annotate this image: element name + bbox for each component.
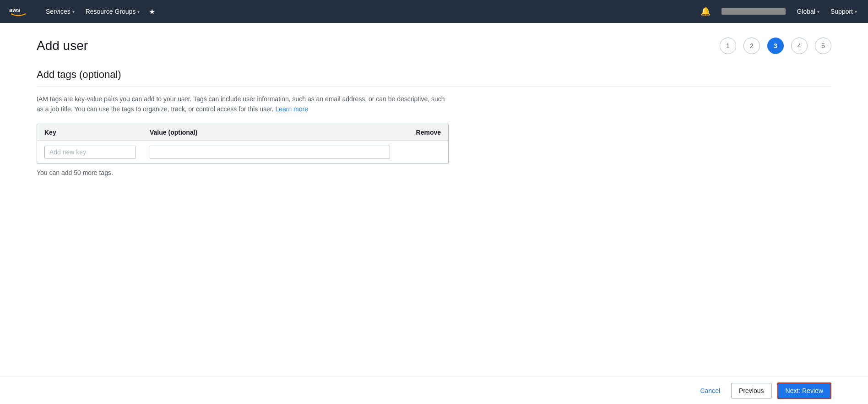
navbar: aws Services ▾ Resource Groups ▾ ★ 🔔 Glo… [0,0,868,23]
region-label: Global [797,8,815,15]
page-footer: Cancel Previous Next: Review [0,377,868,404]
description-text: IAM tags are key-value pairs you can add… [37,95,445,113]
user-info [722,8,786,15]
step-3[interactable]: 3 [767,38,784,54]
cancel-button[interactable]: Cancel [694,383,726,398]
services-menu[interactable]: Services ▾ [40,0,80,23]
support-label: Support [830,8,853,15]
notifications-icon[interactable]: 🔔 [697,6,714,16]
col-value-header: Value (optional) [150,129,395,136]
page-title: Add user [37,38,88,53]
value-input[interactable] [150,146,390,158]
col-remove-header: Remove [395,129,441,136]
services-chevron-icon: ▾ [72,9,75,14]
navbar-right: 🔔 Global ▾ Support ▾ [697,6,861,16]
resource-groups-label: Resource Groups [86,8,136,15]
step-1[interactable]: 1 [720,38,736,54]
tags-more-text: You can add 50 more tags. [37,169,831,176]
services-label: Services [46,8,71,15]
main-content: Add user 1 2 3 4 5 Add tags (optional) I… [0,23,868,404]
region-chevron-icon: ▾ [817,9,819,14]
step-2[interactable]: 2 [743,38,760,54]
support-chevron-icon: ▾ [855,9,857,14]
resource-groups-chevron-icon: ▾ [137,9,140,14]
resource-groups-menu[interactable]: Resource Groups ▾ [80,0,146,23]
aws-logo-container[interactable]: aws [7,5,29,18]
value-cell [150,146,395,158]
tags-table: Key Value (optional) Remove [37,124,449,164]
key-cell [44,146,150,158]
learn-more-link[interactable]: Learn more [275,105,308,113]
section-description: IAM tags are key-value pairs you can add… [37,94,449,115]
next-button[interactable]: Next: Review [777,382,831,399]
favorites-icon[interactable]: ★ [145,0,159,23]
tags-table-row [37,141,448,163]
svg-text:aws: aws [9,6,21,13]
previous-button[interactable]: Previous [731,383,771,399]
col-key-header: Key [44,129,150,136]
section-divider [37,86,831,87]
key-input[interactable] [44,146,136,158]
support-menu[interactable]: Support ▾ [827,8,861,15]
region-selector[interactable]: Global ▾ [793,8,823,15]
section-title: Add tags (optional) [37,69,831,81]
page-header: Add user 1 2 3 4 5 [37,38,831,54]
step-indicators: 1 2 3 4 5 [720,38,831,54]
step-4[interactable]: 4 [791,38,808,54]
aws-logo-icon: aws [7,5,29,18]
tags-table-header: Key Value (optional) Remove [37,124,448,141]
step-5[interactable]: 5 [815,38,831,54]
